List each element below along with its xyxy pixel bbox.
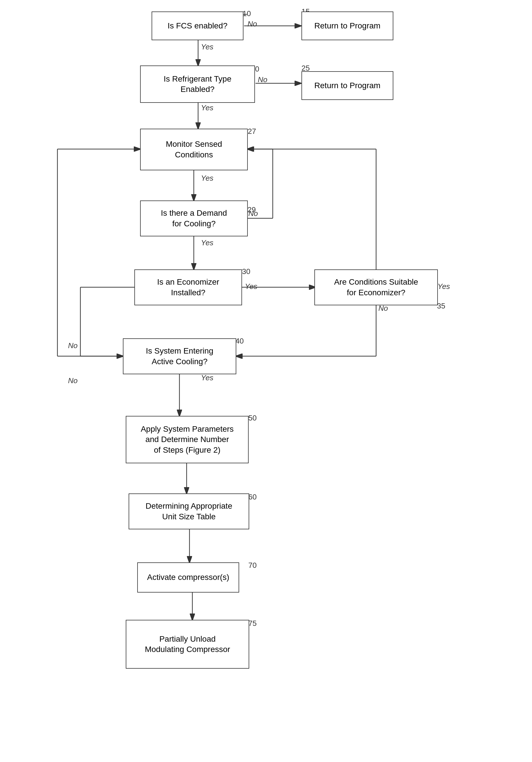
box-activate-text: Activate compressor(s) <box>147 572 229 582</box>
box-refrig: Is Refrigerant TypeEnabled? <box>140 65 255 103</box>
box-active: Is System EnteringActive Cooling? <box>123 338 236 374</box>
box-partial: Partially UnloadModulating Compressor <box>126 620 249 669</box>
step-num-50: 50 <box>248 414 257 422</box>
step-num-75: 75 <box>248 619 257 628</box>
box-return1-text: Return to Program <box>314 21 380 31</box>
box-active-text: Is System EnteringActive Cooling? <box>146 346 213 367</box>
step-num-10: 10 <box>242 9 251 18</box>
box-apply-text: Apply System Parametersand Determine Num… <box>141 424 234 455</box>
box-monitor-text: Monitor SensedConditions <box>166 139 222 160</box>
box-return2: Return to Program <box>301 71 393 100</box>
box-fcs-text: Is FCS enabled? <box>168 21 228 31</box>
label-yes3: Yes <box>201 174 213 183</box>
step-num-60: 60 <box>248 493 257 501</box>
label-yes-econ: Yes <box>437 282 450 291</box>
box-return2-text: Return to Program <box>314 80 380 91</box>
box-apply: Apply System Parametersand Determine Num… <box>126 416 249 463</box>
box-demand: Is there a Demandfor Cooling? <box>140 200 248 236</box>
label-no2: No <box>258 75 267 84</box>
step-num-40: 40 <box>235 337 244 345</box>
label-no4: No <box>68 341 78 350</box>
step-num-70: 70 <box>248 561 257 570</box>
box-unit-size-text: Determining AppropriateUnit Size Table <box>146 501 232 522</box>
box-return1: Return to Program <box>301 12 393 40</box>
label-yes5: Yes <box>245 282 257 291</box>
flowchart: 10 15 20 25 27 29 30 35 40 50 60 70 75 N… <box>0 0 532 762</box>
box-activate: Activate compressor(s) <box>137 563 239 592</box>
label-yes4: Yes <box>201 238 213 247</box>
label-yes2: Yes <box>201 104 213 112</box>
arrows-svg <box>0 0 532 762</box>
box-demand-text: Is there a Demandfor Cooling? <box>161 208 227 229</box>
step-num-30: 30 <box>242 267 250 276</box>
label-no-active: No <box>68 376 78 385</box>
step-num-35: 35 <box>437 302 445 311</box>
box-refrig-text: Is Refrigerant TypeEnabled? <box>164 74 232 95</box>
label-no3: No <box>248 209 258 218</box>
box-unit-size: Determining AppropriateUnit Size Table <box>129 494 249 529</box>
label-no1: No <box>247 20 257 29</box>
box-fcs: Is FCS enabled? <box>152 12 243 40</box>
box-partial-text: Partially UnloadModulating Compressor <box>145 634 230 655</box>
box-econ-inst-text: Is an EconomizerInstalled? <box>157 277 219 298</box>
box-econ-suit: Are Conditions Suitablefor Economizer? <box>314 269 438 305</box>
step-num-27: 27 <box>248 127 256 136</box>
box-monitor: Monitor SensedConditions <box>140 129 248 170</box>
label-yes6: Yes <box>201 373 213 382</box>
box-econ-inst: Is an EconomizerInstalled? <box>134 269 242 305</box>
box-econ-suit-text: Are Conditions Suitablefor Economizer? <box>334 277 418 298</box>
label-yes1: Yes <box>201 42 213 51</box>
